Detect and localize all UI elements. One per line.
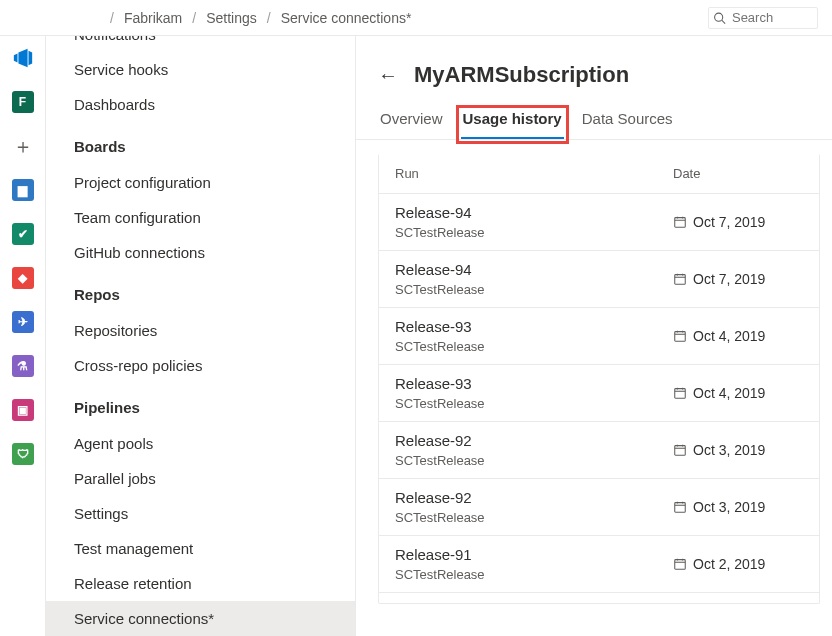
sidebar-item-release-retention[interactable]: Release retention <box>46 566 355 601</box>
date-cell: Oct 7, 2019 <box>673 271 803 287</box>
sidebar-item-repositories[interactable]: Repositories <box>46 313 355 348</box>
svg-line-1 <box>722 20 725 23</box>
icon-rail: F ＋ ▆ ✔ ◆ ✈ ⚗ ▣ 🛡 <box>0 36 46 636</box>
rail-item-6[interactable]: ▣ <box>7 394 39 426</box>
calendar-icon <box>673 386 687 400</box>
breadcrumb-fabrikam[interactable]: Fabrikam <box>124 10 182 26</box>
sidebar-item-team-configuration[interactable]: Team configuration <box>46 200 355 235</box>
date-cell: Oct 4, 2019 <box>673 328 803 344</box>
rail-item-2[interactable]: ✔ <box>7 218 39 250</box>
date-text: Oct 7, 2019 <box>693 271 765 287</box>
table-scroll[interactable]: Run Date Release-94SCTestReleaseOct 7, 2… <box>378 154 820 604</box>
table-header: Run Date <box>379 154 819 194</box>
svg-rect-14 <box>675 389 686 399</box>
sidebar-item-parallel-jobs[interactable]: Parallel jobs <box>46 461 355 496</box>
rail-item-5[interactable]: ⚗ <box>7 350 39 382</box>
date-text: Oct 2, 2019 <box>693 556 765 572</box>
run-name: Release-93 <box>395 375 673 392</box>
section-header: Boards <box>46 122 355 165</box>
sidebar-item-service-hooks[interactable]: Service hooks <box>46 52 355 87</box>
breadcrumb: / Fabrikam / Settings / Service connecti… <box>0 10 708 26</box>
sidebar-item-service-connections-[interactable]: Service connections* <box>46 601 355 636</box>
run-cell: Release-93SCTestRelease <box>395 318 673 354</box>
run-cell: Release-91SCTestRelease <box>395 546 673 582</box>
rail-item-1[interactable]: ▆ <box>7 174 39 206</box>
breadcrumb-sep: / <box>110 10 114 26</box>
rail-item-4[interactable]: ✈ <box>7 306 39 338</box>
breadcrumb-settings[interactable]: Settings <box>206 10 257 26</box>
calendar-icon <box>673 443 687 457</box>
run-name: Release-94 <box>395 261 673 278</box>
tile-icon: ✔ <box>12 223 34 245</box>
table-row[interactable]: Release-92SCTestReleaseOct 3, 2019 <box>379 422 819 479</box>
run-pipeline: SCTestRelease <box>395 396 673 411</box>
calendar-icon <box>673 500 687 514</box>
tile-icon: ▣ <box>12 399 34 421</box>
col-header-run[interactable]: Run <box>395 166 673 181</box>
plus-icon: ＋ <box>13 133 33 160</box>
search-icon <box>713 10 726 26</box>
run-pipeline: SCTestRelease <box>395 567 673 582</box>
run-cell: Release-93SCTestRelease <box>395 375 673 411</box>
sidebar-item-test-management[interactable]: Test management <box>46 531 355 566</box>
sidebar-item-notifications[interactable]: Notifications <box>46 36 355 52</box>
sidebar-item-dashboards[interactable]: Dashboards <box>46 87 355 122</box>
tab-usage-history[interactable]: Usage history <box>461 110 564 139</box>
search-box[interactable] <box>708 7 818 29</box>
run-pipeline: SCTestRelease <box>395 453 673 468</box>
usage-table: Run Date Release-94SCTestReleaseOct 7, 2… <box>356 140 832 604</box>
table-row[interactable]: Release-91SCTestReleaseOct 2, 2019 <box>379 536 819 593</box>
date-text: Oct 3, 2019 <box>693 499 765 515</box>
table-row[interactable]: Release-92SCTestReleaseOct 3, 2019 <box>379 479 819 536</box>
date-cell: Oct 4, 2019 <box>673 385 803 401</box>
tile-icon: ▆ <box>12 179 34 201</box>
tab-data-sources[interactable]: Data Sources <box>580 110 675 139</box>
calendar-icon <box>673 557 687 571</box>
col-header-date[interactable]: Date <box>673 166 803 181</box>
search-input[interactable] <box>732 10 813 25</box>
svg-rect-2 <box>675 218 686 228</box>
sidebar-item-project-configuration[interactable]: Project configuration <box>46 165 355 200</box>
date-text: Oct 3, 2019 <box>693 442 765 458</box>
table-row[interactable]: Release-94SCTestReleaseOct 7, 2019 <box>379 251 819 308</box>
date-text: Oct 7, 2019 <box>693 214 765 230</box>
settings-sidebar[interactable]: NotificationsService hooksDashboardsBoar… <box>46 36 356 636</box>
tab-overview[interactable]: Overview <box>378 110 445 139</box>
rail-item-7[interactable]: 🛡 <box>7 438 39 470</box>
sidebar-item-cross-repo-policies[interactable]: Cross-repo policies <box>46 348 355 383</box>
main-header: ← MyARMSubscription <box>356 62 832 88</box>
run-cell: Release-94SCTestRelease <box>395 204 673 240</box>
rail-item-3[interactable]: ◆ <box>7 262 39 294</box>
section-header: Repos <box>46 270 355 313</box>
sidebar-item-agent-pools[interactable]: Agent pools <box>46 426 355 461</box>
date-cell: Oct 3, 2019 <box>673 442 803 458</box>
table-row[interactable]: Release-93SCTestReleaseOct 4, 2019 <box>379 308 819 365</box>
table-row[interactable]: Release-94SCTestReleaseOct 7, 2019 <box>379 194 819 251</box>
rail-project[interactable]: F <box>7 86 39 118</box>
project-tile: F <box>12 91 34 113</box>
sidebar-item-settings[interactable]: Settings <box>46 496 355 531</box>
date-cell: Oct 2, 2019 <box>673 556 803 572</box>
svg-point-0 <box>715 13 723 21</box>
date-cell: Oct 3, 2019 <box>673 499 803 515</box>
table-row[interactable]: Release-93SCTestReleaseOct 4, 2019 <box>379 365 819 422</box>
svg-rect-10 <box>675 332 686 342</box>
tabs: OverviewUsage historyData Sources <box>356 110 832 140</box>
breadcrumb-service-connections[interactable]: Service connections* <box>281 10 412 26</box>
tile-icon: ⚗ <box>12 355 34 377</box>
svg-rect-26 <box>675 560 686 570</box>
tile-icon: ◆ <box>12 267 34 289</box>
svg-rect-18 <box>675 446 686 456</box>
azure-devops-logo-icon[interactable] <box>7 42 39 74</box>
run-pipeline: SCTestRelease <box>395 339 673 354</box>
main-panel: ← MyARMSubscription OverviewUsage histor… <box>356 36 832 636</box>
back-arrow-icon[interactable]: ← <box>378 64 398 87</box>
breadcrumb-sep: / <box>192 10 196 26</box>
tile-icon: 🛡 <box>12 443 34 465</box>
date-text: Oct 4, 2019 <box>693 328 765 344</box>
tile-icon: ✈ <box>12 311 34 333</box>
calendar-icon <box>673 215 687 229</box>
sidebar-item-github-connections[interactable]: GitHub connections <box>46 235 355 270</box>
date-text: Oct 4, 2019 <box>693 385 765 401</box>
rail-add[interactable]: ＋ <box>7 130 39 162</box>
